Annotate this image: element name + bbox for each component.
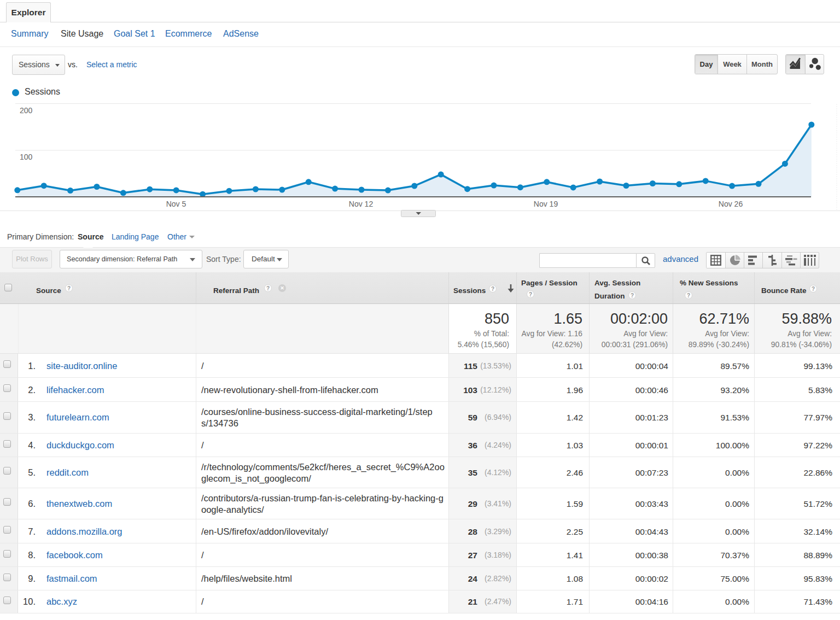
svg-text:Nov 12: Nov 12 <box>349 200 374 208</box>
svg-text:Nov 26: Nov 26 <box>719 200 743 208</box>
svg-text:200: 200 <box>20 106 33 115</box>
svg-text:Nov 19: Nov 19 <box>534 200 558 208</box>
svg-text:Nov 5: Nov 5 <box>166 200 186 208</box>
svg-text:100: 100 <box>20 153 33 161</box>
